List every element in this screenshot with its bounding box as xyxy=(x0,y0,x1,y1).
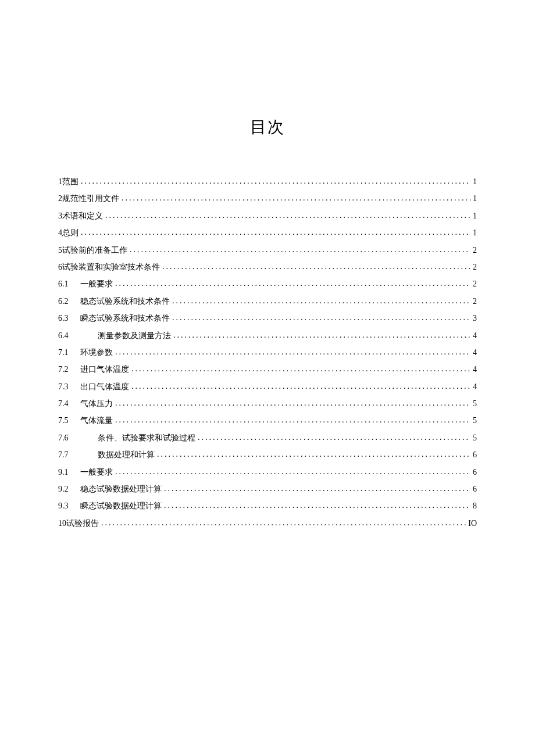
toc-entry-page: 4 xyxy=(473,344,477,361)
toc-leader-dots xyxy=(198,429,470,446)
toc-entry-number: 7.3 xyxy=(58,378,80,395)
toc-entry: 7.2进口气体温度4 xyxy=(58,361,477,378)
toc-leader-dots xyxy=(130,241,470,258)
toc-entry: 5 试验前的准备工作2 xyxy=(58,242,477,259)
toc-entry-page: 3 xyxy=(473,310,477,327)
toc-entry-page: 4 xyxy=(473,361,477,378)
toc-entry-text: 一般要求 xyxy=(80,464,113,481)
toc-entry-text: 试验前的准备工作 xyxy=(62,242,127,259)
toc-entry-number: 6.2 xyxy=(58,293,80,310)
toc-entry-text: 环境参数 xyxy=(80,344,113,361)
toc-entry-number: 6 xyxy=(58,259,62,275)
toc-entry-text: 稳态试验系统和技术条件 xyxy=(80,293,170,310)
toc-entry-page: IO xyxy=(468,515,477,532)
toc-entry-page: 5 xyxy=(473,429,477,446)
toc-entry-page: 1 xyxy=(473,173,477,190)
toc-entry-number: 2 xyxy=(58,190,62,207)
toc-entry-text: 瞬态试验数据处理计算 xyxy=(80,497,162,514)
toc-entry-text: 瞬态试验系统和技术条件 xyxy=(80,310,170,327)
toc-leader-dots xyxy=(173,327,470,343)
toc-leader-dots xyxy=(162,258,470,275)
toc-entry: 1 范围1 xyxy=(58,173,477,190)
toc-entry-page: 2 xyxy=(473,259,477,275)
toc-entry-text: 总则 xyxy=(62,224,79,241)
toc-leader-dots xyxy=(81,173,470,189)
toc-leader-dots xyxy=(164,480,470,497)
toc-entry-number: 9.1 xyxy=(58,464,80,481)
toc-entry: 7.4气体压力5 xyxy=(58,395,477,412)
toc-entry-text: 测量参数及测量方法 xyxy=(80,327,171,344)
toc-entry-number: 3 xyxy=(58,207,62,224)
toc-entry-text: 一般要求 xyxy=(80,275,113,292)
table-of-contents: 1 范围12 规范性引用文件13 术语和定义14 总则15 试验前的准备工作26… xyxy=(58,173,477,532)
toc-leader-dots xyxy=(172,309,470,326)
toc-entry-page: 5 xyxy=(473,395,477,412)
toc-title: 目次 xyxy=(58,116,477,138)
toc-entry: 6.3瞬态试验系统和技术条件3 xyxy=(58,310,477,327)
toc-entry: 9.1一般要求6 xyxy=(58,464,477,481)
toc-entry: 7.7数据处理和计算6 xyxy=(58,446,477,463)
toc-entry-number: 6.4 xyxy=(58,327,80,344)
toc-entry-page: 1 xyxy=(473,190,477,207)
toc-leader-dots xyxy=(157,446,470,463)
toc-entry-text: 试验装置和实验室技术条件 xyxy=(62,259,160,275)
toc-entry-number: 7.7 xyxy=(58,446,80,463)
toc-entry-number: 9.3 xyxy=(58,497,80,514)
toc-entry-number: 7.4 xyxy=(58,395,80,412)
toc-entry-page: 6 xyxy=(473,481,477,497)
toc-entry-number: 1 xyxy=(58,173,62,190)
toc-entry: 7.3出口气体温度4 xyxy=(58,378,477,395)
toc-leader-dots xyxy=(115,343,470,360)
toc-entry: 7.1环境参数4 xyxy=(58,344,477,361)
toc-entry: 6.1一般要求2 xyxy=(58,275,477,292)
toc-entry-number: 7.5 xyxy=(58,412,80,429)
toc-entry: 9.3瞬态试验数据处理计算8 xyxy=(58,497,477,514)
toc-entry-number: 9.2 xyxy=(58,481,80,497)
toc-leader-dots xyxy=(115,411,470,428)
toc-entry: 9.2稳态试验数据处理计算6 xyxy=(58,481,477,497)
toc-entry-page: 2 xyxy=(473,293,477,310)
toc-entry-text: 稳态试验数据处理计算 xyxy=(80,481,162,497)
toc-leader-dots xyxy=(81,224,470,241)
toc-entry-text: 术语和定义 xyxy=(62,207,103,224)
toc-entry-page: 1 xyxy=(473,224,477,241)
toc-entry-text: 进口气体温度 xyxy=(80,361,129,378)
toc-entry-page: 8 xyxy=(473,497,477,514)
toc-entry-text: 试验报告 xyxy=(66,515,99,532)
toc-entry: 4 总则1 xyxy=(58,224,477,241)
toc-entry-number: 7.1 xyxy=(58,344,80,361)
toc-entry-number: 5 xyxy=(58,242,62,259)
toc-entry: 7.6条件、试验要求和试验过程5 xyxy=(58,429,477,446)
toc-entry-text: 出口气体温度 xyxy=(80,378,129,395)
toc-entry-number: 7.2 xyxy=(58,361,80,378)
toc-leader-dots xyxy=(115,395,470,411)
toc-entry: 6.4测量参数及测量方法4 xyxy=(58,327,477,344)
toc-entry-page: 5 xyxy=(473,412,477,429)
toc-leader-dots xyxy=(115,275,470,292)
toc-entry-page: 6 xyxy=(473,446,477,463)
toc-entry-text: 气体压力 xyxy=(80,395,113,412)
toc-entry-number: 6.3 xyxy=(58,310,80,327)
toc-entry-page: 4 xyxy=(473,378,477,395)
toc-entry: 3 术语和定义1 xyxy=(58,207,477,224)
toc-entry: 10 试验报告IO xyxy=(58,515,477,532)
toc-entry-page: 4 xyxy=(473,327,477,344)
toc-entry-number: 4 xyxy=(58,224,62,241)
toc-leader-dots xyxy=(105,207,470,224)
toc-entry-number: 10 xyxy=(58,515,66,532)
toc-entry-text: 规范性引用文件 xyxy=(62,190,119,207)
toc-leader-dots xyxy=(131,378,470,395)
toc-entry-page: 6 xyxy=(473,464,477,481)
toc-leader-dots xyxy=(115,463,470,480)
toc-entry: 2 规范性引用文件1 xyxy=(58,190,477,207)
toc-leader-dots xyxy=(172,292,470,309)
toc-entry-text: 条件、试验要求和试验过程 xyxy=(80,429,195,446)
toc-entry: 7.5气体流量5 xyxy=(58,412,477,429)
toc-leader-dots xyxy=(131,360,470,377)
toc-entry-number: 7.6 xyxy=(58,429,80,446)
toc-entry: 6.2稳态试验系统和技术条件2 xyxy=(58,293,477,310)
toc-entry-number: 6.1 xyxy=(58,275,80,292)
toc-leader-dots xyxy=(164,497,470,514)
toc-entry-text: 数据处理和计算 xyxy=(80,446,155,463)
toc-entry-text: 范围 xyxy=(62,173,79,190)
